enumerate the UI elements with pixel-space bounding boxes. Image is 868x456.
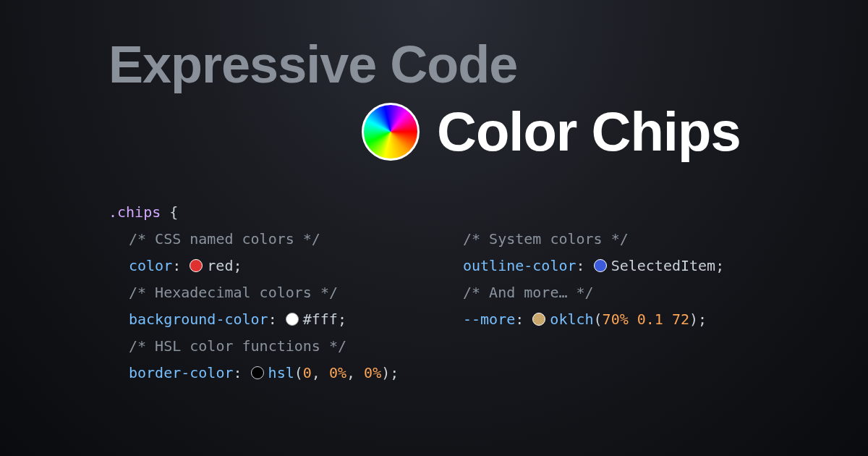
css-function: oklch <box>550 311 593 328</box>
css-selector: .chips <box>109 203 161 221</box>
color-wheel-icon <box>362 103 420 161</box>
css-property: --more <box>463 311 515 328</box>
code-column-left: .chips { /* CSS named colors */ color: r… <box>109 199 405 387</box>
code-line: outline-color: SelectedItem; <box>463 253 760 279</box>
code-line: --more: oklch(70% 0.1 72); <box>463 306 760 333</box>
code-comment: /* System colors */ <box>463 226 760 253</box>
code-sample: .chips { /* CSS named colors */ color: r… <box>0 199 868 387</box>
css-property: outline-color <box>463 257 576 274</box>
code-line: background-color: #fff; <box>109 306 405 333</box>
css-function: hsl <box>268 364 294 381</box>
code-comment: /* HSL color functions */ <box>109 333 405 360</box>
code-column-right: /* System colors */ outline-color: Selec… <box>463 199 760 387</box>
color-chip-icon <box>190 259 203 272</box>
color-chip-icon <box>532 313 545 326</box>
color-chip-icon <box>251 366 264 379</box>
css-property: border-color <box>129 364 234 381</box>
code-comment: /* Hexadecimal colors */ <box>109 279 405 306</box>
hero-title-line2: Color Chips <box>362 100 868 163</box>
code-line: color: red; <box>109 253 405 279</box>
css-value: SelectedItem <box>611 257 716 274</box>
code-line: .chips { <box>109 199 405 226</box>
color-chip-icon <box>594 259 607 272</box>
code-comment: /* And more… */ <box>463 279 760 306</box>
hero-title-line1: Expressive Code <box>109 35 868 94</box>
code-line: border-color: hsl(0, 0%, 0%); <box>109 360 405 387</box>
color-chip-icon <box>286 313 299 326</box>
hero: Expressive Code Color Chips <box>0 0 868 163</box>
css-property: color <box>129 257 172 274</box>
css-value: #fff <box>303 311 338 328</box>
hero-subtitle: Color Chips <box>437 100 741 163</box>
css-property: background-color <box>129 311 268 328</box>
css-value: red <box>207 257 233 274</box>
code-comment: /* CSS named colors */ <box>109 226 405 253</box>
